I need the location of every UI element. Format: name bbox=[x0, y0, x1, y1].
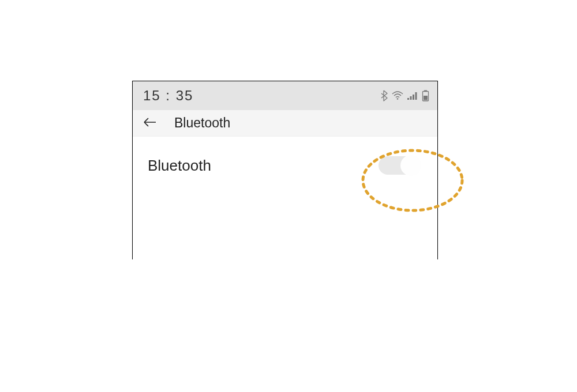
signal-icon bbox=[407, 91, 418, 100]
bluetooth-toggle[interactable] bbox=[379, 156, 420, 175]
svg-rect-7 bbox=[424, 96, 428, 100]
status-bar: 15 : 35 bbox=[133, 81, 437, 110]
wifi-icon bbox=[392, 91, 403, 100]
bluetooth-setting-label: Bluetooth bbox=[148, 157, 211, 175]
back-button[interactable] bbox=[141, 114, 159, 133]
status-icons bbox=[380, 90, 429, 101]
nav-bar: Bluetooth bbox=[133, 110, 437, 137]
svg-rect-3 bbox=[413, 95, 414, 100]
device-frame: 15 : 35 bbox=[132, 81, 438, 259]
status-time: 15 : 35 bbox=[143, 88, 193, 104]
svg-rect-2 bbox=[410, 96, 412, 100]
bluetooth-icon bbox=[380, 90, 388, 101]
svg-rect-4 bbox=[415, 92, 417, 100]
bluetooth-setting-row: Bluetooth bbox=[133, 137, 437, 175]
nav-title: Bluetooth bbox=[174, 115, 230, 131]
toggle-thumb bbox=[400, 155, 421, 176]
svg-rect-1 bbox=[407, 98, 409, 100]
battery-icon bbox=[422, 90, 429, 101]
svg-point-0 bbox=[397, 98, 399, 100]
